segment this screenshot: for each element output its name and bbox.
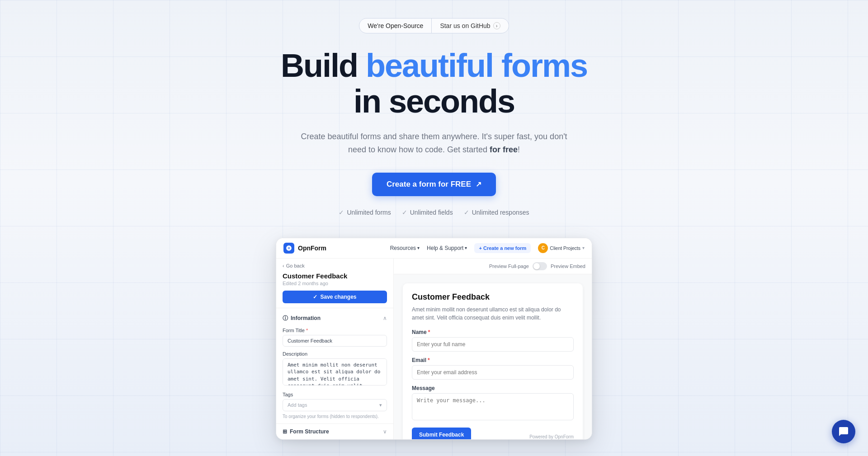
toggle-thumb	[533, 263, 540, 269]
form-structure-section[interactable]: ⊞ Form Structure ∨	[276, 423, 393, 439]
hero-subtitle: Create beautiful forms and share them an…	[294, 130, 574, 156]
preview-fullpage-label: Preview Full-page	[489, 263, 529, 269]
form-preview-card: Customer Feedback Amet minim mollit non …	[403, 283, 583, 439]
feature-responses: ✓ Unlimited responses	[464, 209, 529, 216]
feature-label-1: Unlimited forms	[347, 209, 391, 216]
chevron-right-icon: ›	[493, 22, 500, 29]
form-tags-label: Tags	[283, 392, 387, 397]
client-chevron: ▾	[582, 245, 585, 250]
client-projects[interactable]: C Client Projects ▾	[538, 243, 585, 253]
nav-help-label: Help & Support	[427, 245, 463, 251]
app-logo: OpnForm	[283, 243, 326, 254]
submit-label: Submit Feedback	[419, 432, 464, 438]
title-part2: in seconds	[354, 83, 514, 119]
github-star-link[interactable]: Star us on GitHub ›	[432, 19, 508, 33]
form-desc-textarea[interactable]: Amet minim mollit non deserunt ullamco e…	[283, 358, 387, 385]
form-tags-select[interactable]: Add tags ▾	[283, 399, 387, 411]
app-header: OpnForm Resources ▾ Help & Support ▾ + C…	[276, 238, 592, 259]
back-label: Go back	[286, 263, 305, 268]
structure-label: Form Structure	[290, 428, 329, 435]
nav-help-chevron: ▾	[465, 245, 467, 250]
submit-feedback-button[interactable]: Submit Feedback	[412, 428, 471, 439]
preview-message-textarea[interactable]	[412, 393, 574, 420]
preview-email-input[interactable]	[412, 365, 574, 380]
tags-placeholder: Add tags	[288, 402, 307, 408]
subtitle-end: !	[518, 145, 520, 154]
user-avatar: C	[538, 243, 548, 253]
editor-panel: ‹ Go back Customer Feedback Edited 2 mon…	[276, 259, 394, 439]
preview-header-bar: Preview Full-page Preview Embed	[394, 259, 592, 274]
preview-name-label: Name *	[412, 329, 574, 335]
form-title-input[interactable]	[283, 335, 387, 347]
preview-form-footer: Submit Feedback Powered by OpnForm	[412, 428, 574, 439]
form-title-label: Form Title *	[283, 328, 387, 333]
app-nav: Resources ▾ Help & Support ▾ + Create a …	[390, 243, 585, 253]
editor-topbar: ‹ Go back Customer Feedback Edited 2 mon…	[276, 259, 393, 308]
title-highlight: beautiful forms	[366, 47, 587, 84]
logo-text: OpnForm	[298, 244, 326, 252]
client-dropdown-label: Client Projects	[550, 245, 580, 251]
preview-toggle[interactable]	[533, 262, 547, 270]
subtitle-bold: for free	[490, 145, 518, 154]
banner-left-label: We're Open-Source	[359, 19, 432, 33]
title-part1: Build	[281, 47, 366, 84]
hero-title: Build beautiful forms in seconds	[281, 48, 587, 119]
form-desc-label: Description	[283, 351, 387, 357]
chat-icon	[838, 426, 849, 437]
preview-form-title: Customer Feedback	[412, 292, 574, 302]
arrow-icon: ↗	[476, 180, 481, 188]
save-check: ✓	[313, 294, 317, 300]
field-required-marker: *	[306, 328, 308, 333]
features-list: ✓ Unlimited forms ✓ Unlimited fields ✓ U…	[339, 209, 529, 216]
powered-by-label: Powered by OpnForm	[529, 434, 574, 439]
preview-content: Customer Feedback Amet minim mollit non …	[394, 274, 592, 439]
structure-section-title: ⊞ Form Structure	[283, 428, 329, 435]
preview-email-label: Email *	[412, 357, 574, 363]
nav-create-label: + Create a new form	[479, 245, 526, 251]
preview-message-label: Message	[412, 385, 574, 391]
cta-label: Create a form for FREE	[387, 180, 471, 189]
structure-icon: ⊞	[283, 428, 287, 435]
logo-icon	[283, 243, 294, 254]
feature-label-2: Unlimited fields	[410, 209, 453, 216]
nav-resources-chevron: ▾	[417, 245, 420, 250]
editor-content: ⓘ Information ∧ Form Title * Description…	[276, 308, 393, 423]
form-edited-label: Edited 2 months ago	[283, 281, 387, 286]
info-section-label: Information	[291, 315, 321, 321]
chat-button[interactable]	[832, 420, 855, 443]
save-label: Save changes	[320, 294, 356, 300]
nav-help[interactable]: Help & Support ▾	[427, 245, 467, 251]
structure-chevron: ∨	[383, 428, 387, 435]
app-screenshot: OpnForm Resources ▾ Help & Support ▾ + C…	[276, 238, 592, 440]
feature-forms: ✓ Unlimited forms	[339, 209, 391, 216]
preview-form-desc: Amet minim mollit non deserunt ullamco e…	[412, 306, 574, 322]
check-icon-3: ✓	[464, 209, 469, 216]
open-source-banner: We're Open-Source Star us on GitHub ›	[359, 18, 509, 33]
check-icon-2: ✓	[402, 209, 407, 216]
info-section-title: ⓘ Information	[283, 315, 321, 322]
feature-label-3: Unlimited responses	[472, 209, 529, 216]
preview-embed-label: Preview Embed	[551, 263, 585, 269]
tags-chevron: ▾	[379, 402, 382, 408]
preview-name-input[interactable]	[412, 337, 574, 352]
back-arrow: ‹	[283, 263, 284, 268]
preview-panel: Preview Full-page Preview Embed Customer…	[394, 259, 592, 439]
save-changes-button[interactable]: ✓ Save changes	[283, 291, 387, 303]
nav-resources-label: Resources	[390, 245, 416, 251]
info-section-header: ⓘ Information ∧	[283, 315, 387, 322]
preview-email-required: *	[428, 357, 430, 363]
github-star-text: Star us on GitHub	[440, 22, 490, 29]
info-section-chevron[interactable]: ∧	[383, 315, 387, 321]
nav-create-button[interactable]: + Create a new form	[474, 243, 531, 253]
preview-name-required: *	[428, 329, 430, 335]
create-form-button[interactable]: Create a form for FREE ↗	[372, 173, 496, 196]
check-icon-1: ✓	[339, 209, 344, 216]
subtitle-text: Create beautiful forms and share them an…	[301, 132, 567, 154]
back-link[interactable]: ‹ Go back	[283, 263, 387, 268]
feature-fields: ✓ Unlimited fields	[402, 209, 453, 216]
nav-resources[interactable]: Resources ▾	[390, 245, 420, 251]
info-icon: ⓘ	[283, 315, 288, 322]
app-body: ‹ Go back Customer Feedback Edited 2 mon…	[276, 259, 592, 439]
tags-helper: To organize your forms (hidden to respon…	[283, 414, 387, 419]
form-name-label: Customer Feedback	[283, 272, 387, 280]
